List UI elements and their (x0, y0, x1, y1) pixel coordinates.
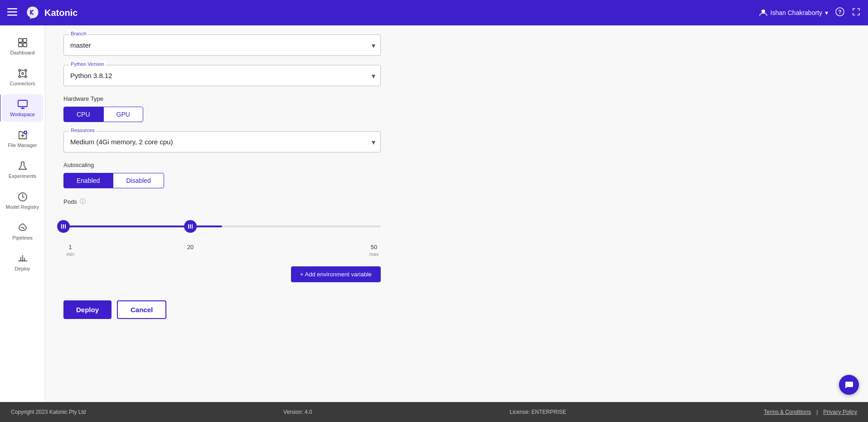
sidebar-item-deploy[interactable]: Deploy (2, 249, 43, 276)
sidebar-label-workspace: Workspace (10, 112, 35, 117)
gpu-button[interactable]: GPU (103, 107, 143, 122)
svg-point-3 (761, 10, 765, 13)
svg-rect-19 (18, 100, 27, 107)
privacy-link[interactable]: Privacy Policy (823, 409, 857, 415)
svg-rect-0 (7, 8, 17, 10)
branch-select[interactable]: master develop main (63, 34, 381, 56)
sidebar-label-model-registry: Model Registry (6, 204, 39, 210)
hamburger-menu[interactable] (7, 7, 17, 19)
svg-rect-6 (19, 39, 22, 42)
svg-point-11 (25, 69, 27, 71)
sidebar: Dashboard Connectors Workspace (0, 25, 45, 402)
resources-field-group: Resources Small (2Gi memory, 1 core cpu)… (63, 131, 381, 152)
pods-label: Pods (63, 198, 77, 205)
hardware-type-toggle: CPU GPU (63, 107, 381, 122)
svg-rect-2 (7, 15, 17, 16)
terms-link[interactable]: Terms & Conditions (764, 409, 811, 415)
branch-label: Branch (69, 31, 88, 36)
svg-point-14 (22, 73, 24, 74)
svg-point-13 (25, 76, 27, 78)
svg-rect-1 (7, 11, 17, 13)
footer-copyright: Copyright 2023 Katonic Pty Ltd (11, 409, 86, 415)
sidebar-label-dashboard: Dashboard (10, 50, 35, 55)
cpu-button[interactable]: CPU (63, 107, 103, 122)
sidebar-item-workspace[interactable]: Workspace (2, 94, 43, 122)
svg-rect-8 (19, 43, 22, 47)
pods-min-label: min (66, 251, 74, 257)
svg-text:?: ? (838, 9, 841, 15)
autoscaling-label: Autoscaling (63, 162, 381, 168)
pods-track (63, 226, 381, 227)
python-version-select[interactable]: Python 3.8.12 Python 3.9.0 Python 3.10.0 (63, 65, 381, 86)
autoscaling-field-group: Autoscaling Enabled Disabled (63, 162, 381, 188)
footer-version: Version: 4.0 (283, 409, 312, 415)
chat-bubble[interactable] (839, 375, 859, 395)
svg-point-12 (19, 76, 20, 78)
footer-links: Terms & Conditions | Privacy Policy (764, 409, 857, 415)
svg-rect-7 (23, 39, 27, 42)
hardware-type-label: Hardware Type (63, 95, 381, 102)
sidebar-item-experiments[interactable]: Experiments (2, 156, 43, 183)
footer: Copyright 2023 Katonic Pty Ltd Version: … (0, 402, 868, 422)
cancel-button[interactable]: Cancel (117, 300, 166, 319)
python-version-select-container: Python 3.8.12 Python 3.9.0 Python 3.10.0… (63, 65, 381, 86)
deploy-button[interactable]: Deploy (63, 300, 112, 319)
sidebar-item-connectors[interactable]: Connectors (2, 64, 43, 91)
pods-info-icon[interactable]: ⓘ (80, 197, 86, 206)
sidebar-item-file-manager[interactable]: File Manager (2, 125, 43, 152)
action-buttons: Deploy Cancel (63, 300, 381, 319)
resources-label: Resources (69, 128, 97, 133)
python-version-label: Python Version (69, 61, 106, 67)
resources-select[interactable]: Small (2Gi memory, 1 core cpu) Medium (4… (63, 131, 381, 152)
pods-max-value: 50 (371, 244, 377, 250)
user-dropdown-icon: ▾ (825, 9, 828, 16)
pods-max-thumb[interactable] (184, 220, 197, 233)
pods-slider (63, 213, 381, 240)
user-menu[interactable]: Ishan Chakraborty ▾ (759, 8, 828, 17)
hardware-type-field-group: Hardware Type CPU GPU (63, 95, 381, 122)
app-logo: Katonic (24, 5, 78, 21)
main-content: Branch master develop main ▾ Python Vers… (45, 25, 868, 402)
sidebar-label-deploy: Deploy (15, 266, 30, 271)
sidebar-item-model-registry[interactable]: Model Registry (2, 187, 43, 214)
autoscaling-disabled-button[interactable]: Disabled (113, 173, 164, 188)
resources-select-container: Small (2Gi memory, 1 core cpu) Medium (4… (63, 131, 381, 152)
sidebar-label-connectors: Connectors (10, 81, 35, 86)
user-name: Ishan Chakraborty (771, 9, 822, 16)
sidebar-item-pipelines[interactable]: Pipelines (2, 218, 43, 245)
fullscreen-icon[interactable] (852, 7, 861, 19)
pods-field-group: Pods ⓘ (63, 197, 381, 257)
top-navigation: Katonic Ishan Chakraborty ▾ ? (0, 0, 868, 25)
svg-rect-9 (23, 43, 27, 47)
python-version-field-group: Python Version Python 3.8.12 Python 3.9.… (63, 65, 381, 86)
branch-field-group: Branch master develop main ▾ (63, 34, 381, 56)
sidebar-label-experiments: Experiments (9, 173, 36, 179)
add-env-container: + Add environment variable (63, 266, 381, 291)
sidebar-label-file-manager: File Manager (8, 142, 37, 148)
pods-min-value: 1 (68, 244, 72, 250)
autoscaling-toggle: Enabled Disabled (63, 173, 381, 188)
footer-divider: | (816, 409, 818, 415)
sidebar-item-dashboard[interactable]: Dashboard (2, 33, 43, 60)
pods-track-fill (63, 226, 222, 227)
help-icon[interactable]: ? (835, 7, 844, 19)
add-environment-variable-button[interactable]: + Add environment variable (291, 266, 381, 282)
autoscaling-enabled-button[interactable]: Enabled (63, 173, 113, 188)
pods-max-label: max (369, 251, 379, 257)
svg-point-10 (19, 69, 20, 71)
pods-current-value: 20 (187, 244, 194, 250)
sidebar-label-pipelines: Pipelines (12, 235, 33, 240)
footer-license: License: ENTERPRISE (510, 409, 567, 415)
app-title: Katonic (44, 8, 78, 18)
pods-min-thumb[interactable] (57, 220, 70, 233)
branch-select-container: master develop main ▾ (63, 34, 381, 56)
